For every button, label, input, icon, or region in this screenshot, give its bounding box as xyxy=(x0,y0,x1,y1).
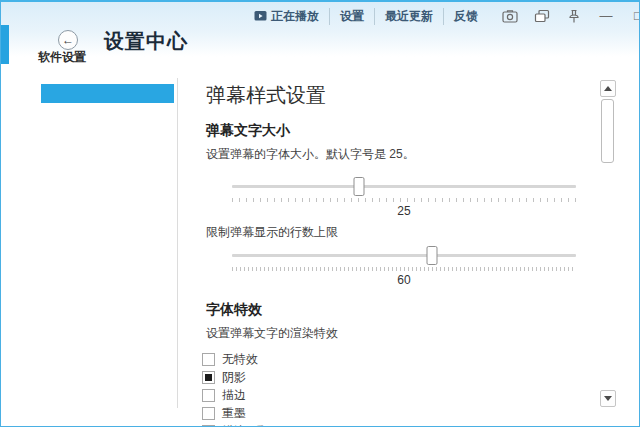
back-button[interactable]: ← xyxy=(58,30,78,50)
sidebar-item[interactable] xyxy=(41,238,174,257)
sidebar-divider xyxy=(177,78,178,408)
font-size-heading: 弹幕文字大小 xyxy=(206,122,600,140)
font-effect-description: 设置弹幕文字的渲染特效 xyxy=(206,325,600,342)
sidebar-item[interactable] xyxy=(41,260,174,279)
slider-track[interactable] xyxy=(232,254,576,257)
effect-option-label: 重墨 xyxy=(222,405,246,422)
titlebar: 正在播放 设置 最近更新 反馈 xyxy=(244,2,631,30)
effect-option[interactable]: 无特效 xyxy=(202,351,600,368)
sidebar-item[interactable] xyxy=(41,194,174,213)
checkbox-mark-icon xyxy=(205,374,212,381)
effect-option-label: 描边 xyxy=(222,387,246,404)
sidebar-item[interactable] xyxy=(41,282,174,301)
slider-track[interactable] xyxy=(232,185,576,188)
titlebar-menu: 正在播放 设置 最近更新 反馈 xyxy=(244,8,488,25)
screenshot-camera-icon[interactable] xyxy=(502,8,518,24)
font-effect-heading: 字体特效 xyxy=(206,301,600,319)
down-arrow-icon xyxy=(604,396,612,401)
sidebar-item[interactable] xyxy=(41,370,174,389)
main-content: 弹幕样式设置 弹幕文字大小 设置弹幕的字体大小。默认字号是 25。 25 限制弹… xyxy=(202,72,600,427)
slider-ticks xyxy=(232,267,576,271)
checkbox[interactable] xyxy=(202,353,215,366)
effect-option-label: 无特效 xyxy=(222,351,258,368)
menu-item-label: 最近更新 xyxy=(385,8,433,25)
menu-item-label: 设置 xyxy=(340,8,364,25)
checkbox[interactable] xyxy=(202,407,215,420)
maximize-icon[interactable]: □ xyxy=(630,8,640,24)
effect-option-label: 阴影 xyxy=(222,369,246,386)
window-header: 正在播放 设置 最近更新 反馈 xyxy=(1,2,639,64)
minimize-icon[interactable]: — xyxy=(598,8,614,24)
sidebar-item[interactable] xyxy=(41,150,174,169)
checkbox[interactable] xyxy=(202,389,215,402)
scroll-up-button[interactable] xyxy=(600,80,616,97)
page-title: 设置中心 xyxy=(104,28,188,55)
sidebar-item[interactable] xyxy=(41,172,174,191)
menu-item-recent-updates[interactable]: 最近更新 xyxy=(374,8,443,25)
system-icons: — □ × xyxy=(502,8,640,24)
menu-item-feedback[interactable]: 反馈 xyxy=(443,8,488,25)
font-size-description: 设置弹幕的字体大小。默认字号是 25。 xyxy=(206,146,600,163)
font-size-value: 25 xyxy=(232,204,576,218)
page-subtitle: 软件设置 xyxy=(38,49,86,66)
effect-option-label: 描边+重墨 xyxy=(222,423,277,427)
scrollbar-thumb[interactable] xyxy=(601,99,614,163)
effect-option[interactable]: 描边+重墨 xyxy=(202,423,600,427)
sidebar-item[interactable] xyxy=(41,128,174,147)
menu-item-now-playing[interactable]: 正在播放 xyxy=(244,8,329,25)
sidebar-item[interactable] xyxy=(41,326,174,345)
effect-option[interactable]: 重墨 xyxy=(202,405,600,422)
row-limit-label: 限制弹幕显示的行数上限 xyxy=(206,224,600,241)
boss-key-windows-icon[interactable] xyxy=(534,8,550,24)
menu-item-label: 反馈 xyxy=(454,8,478,25)
sidebar-item[interactable] xyxy=(41,216,174,235)
font-effect-options: 无特效 阴影 描边 重墨 描边+重墨 xyxy=(202,351,600,427)
sidebar-item[interactable] xyxy=(41,106,174,125)
row-limit-value: 60 xyxy=(232,273,576,287)
pin-on-top-icon[interactable] xyxy=(566,8,582,24)
slider-ticks xyxy=(232,198,576,202)
menu-item-label: 正在播放 xyxy=(271,8,319,25)
row-limit-slider[interactable] xyxy=(232,243,576,270)
slider-thumb[interactable] xyxy=(426,246,437,265)
content-title: 弹幕样式设置 xyxy=(206,82,600,109)
slider-thumb[interactable] xyxy=(354,177,365,196)
settings-window: 正在播放 设置 最近更新 反馈 xyxy=(0,0,640,427)
font-size-slider[interactable] xyxy=(232,174,576,201)
now-playing-icon xyxy=(254,10,267,22)
scroll-down-button[interactable] xyxy=(600,390,616,407)
back-arrow-icon: ← xyxy=(62,34,74,46)
sidebar-item[interactable] xyxy=(41,304,174,323)
up-arrow-icon xyxy=(604,86,612,91)
sidebar-item[interactable] xyxy=(41,84,174,103)
sidebar-item[interactable] xyxy=(41,348,174,367)
accent-stripe xyxy=(1,25,9,64)
effect-option[interactable]: 阴影 xyxy=(202,369,600,386)
effect-option[interactable]: 描边 xyxy=(202,387,600,404)
checkbox[interactable] xyxy=(202,371,215,384)
settings-sidebar xyxy=(41,84,174,392)
menu-item-settings[interactable]: 设置 xyxy=(329,8,374,25)
scrollbar[interactable] xyxy=(600,78,616,409)
